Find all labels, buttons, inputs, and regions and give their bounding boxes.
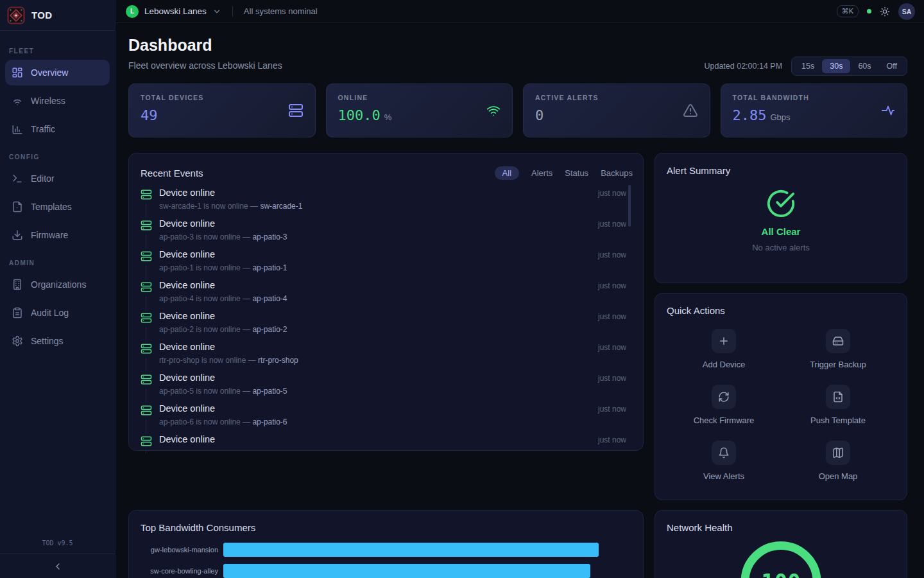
event-timestamp: just now — [598, 281, 626, 290]
quick-action-label: Open Map — [819, 471, 858, 481]
tab-all[interactable]: All — [495, 166, 519, 180]
bandwidth-device-label: gw-lebowski-mansion — [141, 546, 223, 554]
org-avatar: L — [126, 5, 139, 18]
bandwidth-bar — [223, 564, 590, 578]
sidebar-item-label: Settings — [31, 336, 64, 346]
event-timestamp: just now — [598, 405, 626, 414]
interval-60s-button[interactable]: 60s — [850, 59, 878, 73]
quick-action-label: Check Firmware — [694, 416, 755, 425]
open-map-button[interactable]: Open Map — [819, 441, 858, 481]
trigger-backup-button[interactable]: Trigger Backup — [810, 329, 866, 369]
file-code-icon — [832, 391, 844, 403]
tab-status[interactable]: Status — [565, 168, 588, 178]
event-description: ap-patio-2 is now online — ap-patio-2 — [159, 325, 643, 334]
sidebar-footer: TOD v9.5 — [0, 539, 115, 578]
sidebar-item-label: Traffic — [31, 124, 55, 134]
sidebar-item-templates[interactable]: Templates — [5, 194, 110, 220]
network-health-gauge: 100 — [733, 541, 829, 578]
nav-section-admin: ADMIN — [9, 259, 106, 267]
nav-section-config: CONFIG — [9, 153, 106, 161]
timeline-connector — [146, 327, 146, 342]
wifi-icon — [486, 103, 501, 118]
server-icon — [141, 312, 152, 324]
server-icon — [141, 343, 152, 355]
network-health-title: Network Health — [667, 522, 895, 533]
topbar-divider — [232, 6, 233, 17]
server-icon — [141, 405, 152, 416]
push-template-button[interactable]: Push Template — [810, 385, 866, 425]
sidebar-item-traffic[interactable]: Traffic — [5, 116, 110, 142]
timeline-connector — [146, 358, 146, 372]
stat-label: TOTAL BANDWIDTH — [733, 94, 896, 101]
wifi-icon — [12, 95, 23, 107]
theme-toggle-button[interactable] — [880, 6, 890, 17]
network-health-panel: Network Health 100 — [654, 510, 907, 578]
view-alerts-button[interactable]: View Alerts — [703, 441, 744, 481]
updated-timestamp: Updated 02:00:14 PM — [704, 62, 782, 71]
timeline-connector — [146, 450, 146, 454]
sidebar-item-organizations[interactable]: Organizations — [5, 272, 110, 297]
check-circle-icon — [766, 189, 796, 218]
command-palette-shortcut[interactable]: ⌘K — [837, 5, 859, 17]
event-title: Device online — [159, 188, 643, 198]
event-description: ap-patio-4 is now online — ap-patio-4 — [159, 294, 643, 303]
terminal-icon — [12, 173, 23, 184]
timeline-connector — [146, 296, 146, 311]
sidebar-item-wireless[interactable]: Wireless — [5, 88, 110, 114]
alert-detail-text: No active alerts — [667, 243, 895, 252]
stat-total-devices: TOTAL DEVICES 49 — [128, 83, 316, 137]
sidebar: TOD FLEET Overview Wireless Traffic CONF… — [0, 0, 116, 578]
interval-30s-button[interactable]: 30s — [822, 59, 850, 73]
tab-backups[interactable]: Backups — [601, 168, 633, 178]
page-title: Dashboard — [128, 36, 907, 55]
user-avatar[interactable]: SA — [898, 3, 915, 20]
check-firmware-button[interactable]: Check Firmware — [694, 385, 755, 425]
sidebar-item-firmware[interactable]: Firmware — [5, 222, 110, 248]
bandwidth-bar — [223, 543, 599, 557]
stat-suffix: Gbps — [770, 112, 790, 122]
alert-triangle-icon — [683, 103, 698, 118]
event-title: Device online — [159, 249, 643, 259]
sidebar-item-audit-log[interactable]: Audit Log — [5, 300, 110, 326]
bandwidth-device-label: sw-core-bowling-alley — [141, 567, 223, 575]
server-icon — [288, 103, 304, 118]
interval-off-button[interactable]: Off — [879, 59, 905, 73]
event-row: Device onlineap-patio-6 is now online — … — [141, 403, 643, 434]
sidebar-item-label: Overview — [31, 67, 68, 78]
file-template-icon — [12, 201, 23, 213]
server-icon — [141, 374, 152, 385]
org-selector[interactable]: L Lebowski Lanes — [126, 5, 221, 18]
chevron-down-icon — [212, 7, 221, 16]
interval-15s-button[interactable]: 15s — [794, 59, 822, 73]
tab-alerts[interactable]: Alerts — [531, 168, 552, 178]
sidebar-item-editor[interactable]: Editor — [5, 166, 110, 191]
plus-icon — [718, 335, 730, 347]
gear-icon — [12, 335, 23, 347]
event-description: ap-patio-5 is now online — ap-patio-5 — [159, 387, 643, 396]
sidebar-nav: FLEET Overview Wireless Traffic CONFIG — [0, 31, 115, 362]
events-list: Device onlinesw-arcade-1 is now online —… — [141, 188, 643, 454]
clipboard-icon — [12, 307, 23, 319]
dashboard-grid-icon — [12, 67, 23, 78]
bell-icon — [718, 447, 730, 459]
sidebar-item-label: Templates — [31, 202, 72, 212]
building-icon — [12, 279, 23, 290]
sidebar-collapse-button[interactable] — [0, 554, 115, 578]
event-title: Device online — [159, 218, 643, 229]
sidebar-item-label: Organizations — [31, 279, 86, 290]
sidebar-item-settings[interactable]: Settings — [5, 328, 110, 354]
server-icon — [141, 435, 152, 447]
event-timestamp: just now — [598, 220, 626, 229]
sidebar-item-overview[interactable]: Overview — [5, 60, 110, 85]
org-name: Lebowski Lanes — [144, 6, 207, 16]
events-scrollbar[interactable] — [628, 185, 631, 227]
stat-value: 100.0 — [338, 107, 381, 123]
brand: TOD — [0, 0, 115, 31]
download-icon — [12, 229, 23, 241]
alert-summary-title: Alert Summary — [667, 165, 895, 176]
add-device-button[interactable]: Add Device — [703, 329, 745, 369]
main-content: Dashboard Fleet overview across Lebowski… — [128, 23, 907, 578]
sun-icon — [880, 6, 890, 17]
sidebar-item-label: Editor — [31, 173, 55, 184]
stat-suffix: % — [384, 112, 392, 122]
